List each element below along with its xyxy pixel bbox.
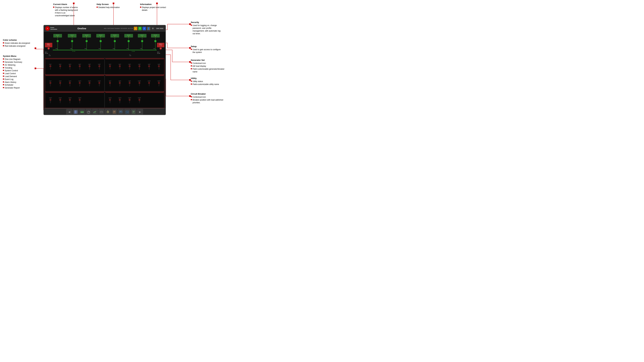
annotation-title-system-menu: System Menu [3, 55, 22, 58]
list-item: Load 5 +24 [144, 64, 154, 74]
svg-rect-134 [50, 82, 51, 83]
nav-event-log-button[interactable] [112, 109, 117, 115]
svg-text:Utility 2: Utility 2 [159, 44, 162, 44]
nav-metering-button[interactable] [86, 109, 92, 115]
svg-rect-6 [189, 79, 191, 81]
help-button[interactable]: ? [138, 27, 142, 30]
svg-text:⚡: ⚡ [57, 36, 58, 37]
svg-text:52-G5: 52-G5 [114, 41, 116, 42]
annotation-circuit-breaker: Circuit Breaker Contextual icon Breaker … [191, 92, 224, 104]
annotation-bullet-genset-2: kW load display [191, 65, 224, 67]
svg-rect-110 [89, 66, 90, 67]
svg-text:Genset 2: Genset 2 [70, 34, 74, 35]
svg-rect-208 [113, 110, 116, 113]
dmc-badge: DMC 8000 [156, 27, 164, 29]
list-item: Load 11+34 [85, 80, 94, 91]
nav-load-control-button[interactable] [105, 109, 111, 115]
list-item: Load 15+72 [125, 97, 134, 107]
annotation-help-screen: Help Screen Detailed help information [96, 3, 120, 9]
svg-rect-146 [89, 82, 90, 83]
hmi-screen: C PowerGeneration Oneline Auto- Soft Clo… [44, 25, 166, 115]
load-group-left-3: Load 13+53 Load 14+62 Load 15+74 Load 16… [46, 92, 105, 107]
load-row-2: Load 7+72 Load 8+81 Load 9+10 Load 10+26… [45, 75, 164, 91]
nav-scheduler-button[interactable]: S M T [124, 109, 130, 115]
list-item: Load 3 +34 [125, 64, 134, 74]
nav-system-control-button[interactable] [98, 109, 104, 115]
sys-menu-item-load-control: Load Control [3, 72, 22, 75]
list-item: Load 15+74 [65, 97, 75, 107]
nav-oneline-button[interactable] [73, 109, 78, 115]
sys-menu-item-gen-summary: Generator Summary [3, 61, 22, 63]
svg-text:⚡: ⚡ [114, 36, 116, 37]
svg-text:0 kW: 0 kW [140, 48, 142, 49]
bullet-icon [96, 6, 98, 8]
bullet-icon [191, 65, 192, 66]
svg-rect-188 [129, 99, 130, 100]
annotation-utility: Utility Utility status Field-customizabl… [191, 77, 219, 86]
load-row-3: Load 13+53 Load 14+62 Load 15+74 Load 16… [45, 92, 164, 108]
user-button[interactable]: 👤 [147, 27, 150, 30]
nav-trending-button[interactable] [92, 109, 98, 115]
svg-rect-5 [189, 61, 191, 63]
svg-rect-191 [139, 99, 140, 100]
list-item: Load 14+62 [56, 97, 65, 107]
list-item: Load 1 +27 [105, 64, 115, 74]
list-item: Load 5 +54 [85, 64, 94, 74]
annotation-bullet-utility-1: Utility status [191, 80, 219, 83]
list-item: Load 1 +10 [46, 64, 55, 74]
bullet-icon [3, 84, 4, 85]
load-group-left-2: Load 7+72 Load 8+81 Load 9+10 Load 10+26… [46, 75, 105, 91]
list-item: Load 7+72 [46, 80, 55, 91]
alarm-button[interactable]: ⚠ [134, 27, 137, 30]
annotation-title-current-alarm: Current Alarm [53, 3, 78, 6]
nav-generator-button[interactable]: GEN [79, 109, 85, 115]
svg-text:⚡: ⚡ [86, 36, 87, 37]
nav-back-button[interactable]: ◀ [66, 109, 72, 115]
svg-rect-176 [69, 99, 70, 100]
list-item: Load 11+34 [144, 80, 154, 91]
load-group-left-1: Load 1 +10 Load 2 +27 Load 3 +36 [46, 59, 105, 74]
list-item: Load 4 +45 [134, 64, 144, 74]
svg-line-200 [88, 111, 89, 112]
setup-button[interactable]: ⚙ [151, 27, 155, 30]
svg-rect-193 [74, 110, 76, 112]
annotation-color-scheme: Color scheme Green indicates de-energize… [3, 39, 30, 48]
list-item: Load 14+63 [115, 97, 124, 107]
svg-rect-196 [76, 112, 77, 113]
top-icons: ⚠ ? i 👤 ⚙ DMC 8000 [134, 27, 164, 30]
info-button[interactable]: i [142, 27, 146, 30]
annotation-bullet-cb-2: Breaker position with load add/shed prio… [191, 99, 224, 104]
power-gen-label: PowerGeneration [50, 27, 57, 30]
bullet-icon [191, 62, 192, 63]
svg-text:52-G6: 52-G6 [128, 41, 130, 42]
nav-alarm-button[interactable] [118, 109, 124, 115]
bullet-icon [3, 42, 4, 43]
svg-rect-98 [50, 66, 51, 67]
svg-rect-125 [139, 66, 140, 67]
svg-rect-101 [60, 66, 61, 67]
svg-text:52-UM2: 52-UM2 [160, 45, 162, 46]
annotation-bullet-color-1: Green indicates de-energized [3, 42, 30, 44]
svg-text:GEN: GEN [81, 111, 84, 113]
svg-rect-131 [158, 66, 160, 67]
annotation-title-generator-set: Generator Set [191, 59, 224, 62]
bullet-icon [191, 49, 192, 50]
nav-gen-report-button[interactable] [131, 109, 136, 115]
svg-text:52-GM2: 52-GM2 [132, 51, 135, 52]
list-item: Load 6 +63 [94, 64, 104, 74]
top-bar: C PowerGeneration Oneline Auto- Soft Clo… [44, 25, 165, 31]
list-item: Load 2 +27 [115, 64, 124, 74]
nav-forward-button[interactable]: ▶ [137, 109, 143, 115]
svg-rect-9 [34, 67, 36, 69]
svg-rect-7 [189, 95, 191, 97]
svg-text:Genset 8: Genset 8 [154, 34, 157, 35]
svg-rect-8 [34, 47, 36, 49]
bullet-icon [3, 67, 4, 68]
annotation-security: Security Used for logging on, change pas… [191, 21, 223, 35]
list-item [154, 97, 164, 107]
list-item: Load 16+11 [75, 97, 84, 107]
list-item: Load 9+10 [65, 80, 75, 91]
load-group-right-3: Load 13+54 Load 14+63 Load 15+72 Load 16… [105, 92, 164, 107]
annotation-setup: Setup Used to gain access to configure t… [191, 45, 223, 54]
svg-rect-202 [100, 111, 103, 113]
